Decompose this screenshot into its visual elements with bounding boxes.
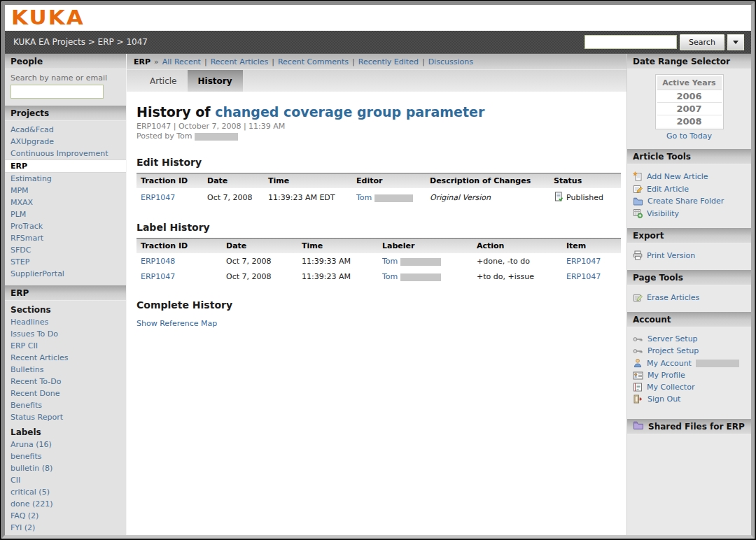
active-years-header: Active Years [657, 76, 722, 90]
create-share-folder-link[interactable]: Create Share Folder [648, 197, 724, 206]
label-link[interactable]: done (221) [5, 498, 126, 510]
label-link[interactable]: CII [5, 474, 126, 486]
redacted-text [374, 194, 413, 202]
person-icon [633, 358, 643, 368]
project-link[interactable]: MXAX [5, 197, 126, 208]
tool-item: Visibility [633, 207, 748, 220]
projects-list: Acad&Fcad AXUpgrade Continuous Improveme… [5, 121, 126, 285]
article-title-link[interactable]: changed coverage group parameter [215, 104, 484, 120]
col-labeler: Labeler [378, 239, 472, 254]
redacted-text [400, 273, 441, 281]
section-link[interactable]: Recent To-Do [5, 376, 126, 388]
show-reference-map-link[interactable]: Show Reference Map [136, 319, 217, 328]
project-setup-link[interactable]: Project Setup [648, 346, 699, 355]
app-frame: KUKA KUKA EA Projects > ERP > 1047 Searc… [2, 2, 754, 538]
section-link[interactable]: Status Report [5, 411, 126, 423]
labeler-link[interactable]: Tom [382, 272, 398, 281]
cell-description: Original Version [426, 188, 550, 206]
section-link[interactable]: ERP CII [5, 340, 126, 352]
print-version-link[interactable]: Print Version [647, 251, 695, 260]
item-link[interactable]: ERP1047 [566, 272, 601, 281]
project-link-selected[interactable]: ERP [5, 159, 126, 173]
breadcrumb[interactable]: KUKA EA Projects > ERP > 1047 [13, 37, 148, 47]
year-link[interactable]: 2006 [657, 90, 722, 103]
active-years-box: Active Years 2006 2007 2008 [656, 75, 723, 129]
section-link[interactable]: Recent Articles [5, 352, 126, 364]
article-meta: ERP1047 | October 7, 2008 | 11:39 AM [136, 122, 617, 132]
traction-id-link[interactable]: ERP1047 [141, 272, 175, 281]
editor-link[interactable]: Tom [356, 193, 372, 202]
nav-link-recent-articles[interactable]: Recent Articles [211, 57, 269, 66]
traction-id-link[interactable]: ERP1048 [141, 257, 175, 266]
nav-link-all-recent[interactable]: All Recent [162, 57, 201, 66]
project-link[interactable]: Estimating [5, 173, 126, 185]
people-search-input[interactable] [10, 85, 104, 99]
server-setup-link[interactable]: Server Setup [648, 334, 698, 343]
nav-link-recently-edited[interactable]: Recently Edited [358, 57, 419, 66]
sign-out-link[interactable]: Sign Out [648, 395, 680, 404]
project-link[interactable]: MPM [5, 185, 126, 197]
nav-link-recent-comments[interactable]: Recent Comments [278, 57, 349, 66]
section-link[interactable]: Recent Done [5, 388, 126, 399]
traction-id-link[interactable]: ERP1047 [141, 193, 175, 202]
year-link[interactable]: 2007 [657, 103, 722, 115]
my-account-link[interactable]: My Account [647, 359, 692, 368]
label-link[interactable]: bulletin (8) [5, 462, 126, 474]
erase-articles-link[interactable]: Erase Articles [647, 293, 699, 302]
right-sidebar: Date Range Selector Active Years 2006 20… [626, 54, 751, 535]
year-link[interactable]: 2008 [657, 115, 722, 127]
sign-out-icon [633, 395, 643, 404]
label-link[interactable]: critical (5) [5, 486, 126, 498]
labeler-link[interactable]: Tom [382, 257, 398, 266]
edit-article-link[interactable]: Edit Article [647, 185, 689, 194]
visibility-link[interactable]: Visibility [647, 209, 679, 218]
tool-item: My Profile [633, 369, 748, 381]
posted-by-line: Posted by Tom [136, 132, 617, 141]
label-link[interactable]: FAQ (2) [5, 510, 126, 522]
nav-link-discussions[interactable]: Discussions [428, 57, 473, 66]
project-link[interactable]: Acad&Fcad [5, 124, 126, 136]
item-link[interactable]: ERP1047 [566, 257, 601, 266]
my-collector-link[interactable]: My Collector [647, 383, 694, 392]
section-header-people: People [5, 54, 126, 69]
kuka-logo[interactable]: KUKA [11, 8, 85, 28]
shared-files-title: Shared Files for ERP [648, 419, 745, 434]
section-link[interactable]: Benefits [5, 399, 126, 411]
project-link[interactable]: ProTrack [5, 220, 126, 232]
go-to-today-link[interactable]: Go to Today [627, 129, 751, 148]
table-header-row: Traction ID Date Time Labeler Action Ite… [136, 239, 621, 254]
tab-article[interactable]: Article [139, 70, 188, 92]
section-link[interactable]: Headlines [5, 316, 126, 328]
search-input[interactable] [584, 35, 677, 49]
project-link[interactable]: RFSmart [5, 232, 126, 244]
collector-icon [633, 383, 643, 392]
project-link[interactable]: SFDC [5, 244, 126, 256]
label-link[interactable]: headline [5, 534, 126, 535]
shared-files-header[interactable]: Shared Files for ERP [627, 419, 751, 434]
search-zone: Search [584, 34, 744, 50]
tool-item: Project Setup [633, 345, 748, 357]
label-history-heading: Label History [136, 222, 617, 233]
top-bar: KUKA EA Projects > ERP > 1047 Search [5, 31, 751, 54]
account-list: Server Setup Project Setup My Account My… [627, 327, 751, 413]
edit-history-table: Traction ID Date Time Editor Description… [136, 173, 621, 206]
section-link[interactable]: Issues To Do [5, 328, 126, 340]
label-link[interactable]: benefits [5, 450, 126, 462]
search-button[interactable]: Search [680, 34, 724, 50]
app-window: KUKA KUKA EA Projects > ERP > 1047 Searc… [0, 0, 756, 540]
my-profile-link[interactable]: My Profile [648, 371, 685, 380]
label-link[interactable]: FYI (2) [5, 522, 126, 534]
cell-status: Published [550, 188, 621, 206]
section-header-projects: Projects [5, 106, 126, 121]
project-link[interactable]: STEP [5, 256, 126, 268]
add-new-article-link[interactable]: Add New Article [647, 172, 708, 181]
project-link[interactable]: PLM [5, 208, 126, 220]
search-dropdown-button[interactable] [727, 34, 744, 50]
label-link[interactable]: Aruna (16) [5, 439, 126, 450]
tab-history[interactable]: History [188, 70, 243, 92]
visibility-icon [633, 208, 643, 218]
section-link[interactable]: Bulletins [5, 364, 126, 376]
project-link[interactable]: SupplierPortal [5, 268, 126, 280]
project-link[interactable]: AXUpgrade [5, 136, 126, 148]
project-link[interactable]: Continuous Improvement [5, 148, 126, 159]
